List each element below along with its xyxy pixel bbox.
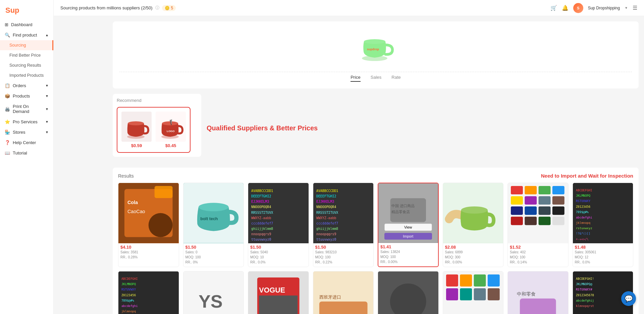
svg-text:NNOOOPOQR4: NNOOOPOQR4 — [316, 205, 336, 209]
chevron-down-icon-2: ▼ — [45, 94, 49, 98]
product-card-4[interactable]: AVABBCCCDD1 DEEEFTGHI2 EJJKKELM3 NNOOOPO… — [313, 183, 374, 267]
sidebar-label-sourcing-results: Sourcing Results — [9, 63, 41, 68]
bell-icon[interactable]: 🔔 — [562, 5, 569, 11]
svg-text:ttuuvwxyz0: ttuuvwxyz0 — [316, 238, 336, 241]
product-card-r2-7[interactable]: 中和零食 — [507, 271, 569, 314]
tab-price[interactable]: Price — [351, 75, 361, 82]
product-info-8: $1.48 Sales: 305061MOQ: 12RR.. 0.0% — [573, 243, 633, 267]
sidebar-item-tutorial[interactable]: 📖 Tutorial — [0, 148, 53, 158]
cart-icon[interactable]: 🛒 — [550, 5, 557, 11]
svg-rect-59 — [552, 206, 565, 215]
svg-text:RRSSSTITUVX: RRSSSTITUVX — [316, 211, 338, 214]
svg-rect-98 — [474, 274, 486, 286]
product-card-r2-4[interactable]: 西班牙进口 — [313, 271, 374, 314]
price-3: $1.50 — [250, 245, 307, 250]
chevron-up-icon: ▲ — [45, 33, 49, 37]
svg-text:cccdddefef7: cccdddefef7 — [316, 222, 338, 225]
svg-rect-102 — [474, 288, 486, 300]
coin-count: 5 — [171, 6, 173, 10]
product-card-r2-3[interactable]: VOGUE — [248, 271, 309, 314]
chevron-down-user-icon[interactable]: ▼ — [625, 6, 628, 10]
avatar[interactable]: S — [573, 3, 583, 13]
svg-text:jklmnopq: jklmnopq — [576, 221, 590, 225]
svg-text:YS: YS — [198, 291, 222, 311]
app-logo: Sup — [0, 3, 53, 19]
sidebar-item-stores[interactable]: 🏪 Stores ▼ — [0, 127, 53, 137]
svg-rect-101 — [460, 288, 472, 300]
chat-icon: 💬 — [625, 295, 633, 303]
recommend-product-1[interactable]: $0.59 — [121, 112, 152, 148]
svg-point-46 — [461, 206, 487, 214]
view-button-5[interactable]: View — [384, 224, 432, 231]
products-icon: 📦 — [5, 93, 10, 99]
menu-icon[interactable]: ☰ — [633, 5, 637, 11]
svg-text:JKLMNOPQ: JKLMNOPQ — [576, 194, 590, 197]
svg-rect-96 — [446, 274, 458, 286]
sidebar-label-find-better-price: Find Better Price — [9, 53, 41, 58]
sidebar-label-sourcing: Sourcing — [9, 43, 26, 48]
sidebar-item-find-product[interactable]: 🔍 Find product ▲ — [0, 30, 53, 40]
product-card-r2-2[interactable]: YS — [183, 271, 244, 314]
price-4: $1.50 — [315, 245, 372, 250]
product-card-7[interactable]: $1.52 Sales: 402MOQ: 100RR.. 0.14% — [507, 183, 569, 267]
sidebar: Sup ⊞ Dashboard 🔍 Find product ▲ Sourcin… — [0, 0, 54, 314]
price-1: $4.10 — [120, 245, 177, 250]
tab-rate[interactable]: Rate — [391, 75, 400, 82]
stores-icon: 🏪 — [5, 130, 10, 135]
product-img-6 — [443, 183, 503, 243]
product-card-r2-6[interactable] — [443, 271, 504, 314]
product-card-6[interactable]: $2.08 Sales: 6899MOQ: 300RR.. 0.00% — [443, 183, 504, 267]
svg-text:LOGO: LOGO — [167, 130, 175, 133]
recommend-product-2[interactable]: LOGO $0.45 — [156, 112, 186, 148]
product-info-2: $1.50 Sales: 0MOQ: 100RR.. 0% — [183, 243, 244, 267]
svg-point-1 — [364, 39, 385, 44]
svg-text:RSTUVWXY#: RSTUVWXY# — [576, 288, 592, 291]
product-card-3[interactable]: AVABBCCCDD1 DEEEFTGHI2 EJJKKELM3 NNOOOPO… — [248, 183, 309, 267]
sidebar-label-imported-products: Imported Products — [9, 73, 44, 78]
sidebar-item-pro-services[interactable]: ⭐ Pro Services ▼ — [0, 117, 53, 127]
meta-3: Sales: 5040MOQ: 10RR.. 0.0% — [250, 250, 307, 265]
recommend-img-2: LOGO — [156, 112, 186, 142]
sidebar-item-sourcing[interactable]: Sourcing — [0, 40, 53, 50]
sidebar-item-find-better-price[interactable]: Find Better Price — [0, 50, 53, 60]
product-card-r2-5[interactable] — [378, 271, 439, 314]
svg-rect-56 — [511, 206, 523, 215]
svg-text:Z0123456: Z0123456 — [121, 293, 136, 297]
svg-text:+-=<>/\: +-=<>/\ — [576, 238, 588, 241]
svg-text:ABCDEFGHI: ABCDEFGHI — [576, 189, 592, 192]
product-info-4: $1.50 Sales: 983210MOQ: 100RR.. 0.22% — [313, 243, 374, 267]
product-card-2[interactable]: bolt tech $1.50 Sales: 0MOQ: 100RR.. 0% — [183, 183, 244, 267]
svg-rect-54 — [539, 196, 551, 204]
sidebar-item-print-on-demand[interactable]: 🖨️ Print On Demand ▼ — [0, 101, 53, 117]
chevron-down-icon-5: ▼ — [45, 130, 49, 134]
banner-mug-image: supdrop — [356, 28, 396, 65]
sidebar-label-dashboard: Dashboard — [11, 22, 33, 27]
coin-balance: 🪙 5 — [162, 5, 176, 11]
svg-rect-63 — [552, 217, 565, 225]
chevron-down-icon: ▼ — [45, 84, 49, 87]
product-card-r2-1[interactable]: ABCDEFGHI JKLMNOPQ RSTUVWXY Z0123456 789… — [118, 271, 179, 314]
svg-text:supdrop: supdrop — [367, 48, 379, 51]
svg-text:WWXYZ-aabb: WWXYZ-aabb — [251, 216, 271, 220]
sidebar-item-orders[interactable]: 📋 Orders ▼ — [0, 80, 53, 91]
sidebar-item-products[interactable]: 📦 Products ▼ — [0, 91, 53, 101]
meta-6: Sales: 6899MOQ: 300RR.. 0.00% — [445, 250, 501, 265]
pro-services-icon: ⭐ — [5, 119, 10, 124]
product-card-8[interactable]: ABCDEFGHI JKLMNOPQ RSTUVWXY Z0123456 789… — [573, 183, 634, 267]
product-card-1[interactable]: Cola CaoCao $4.10 Sales: 3581RR.. 0.28% — [118, 183, 179, 267]
sidebar-item-imported-products[interactable]: Imported Products — [0, 70, 53, 80]
svg-rect-60 — [511, 217, 523, 225]
import-button-5[interactable]: Import — [384, 233, 432, 240]
sidebar-item-dashboard[interactable]: ⊞ Dashboard — [0, 19, 53, 30]
svg-text:klmnopqrst: klmnopqrst — [576, 304, 594, 307]
svg-rect-58 — [539, 206, 551, 215]
svg-text:EJJKKELM3: EJJKKELM3 — [251, 200, 269, 203]
tab-sales[interactable]: Sales — [371, 75, 382, 82]
sidebar-item-help-center[interactable]: ❓ Help Center — [0, 137, 53, 148]
qualified-banner: Qualified Suppliers & Better Prices — [207, 121, 318, 135]
svg-text:ttuuvwxyz0: ttuuvwxyz0 — [251, 238, 271, 241]
sidebar-item-sourcing-results[interactable]: Sourcing Results — [0, 60, 53, 70]
product-card-5[interactable]: 中国 进口商品 精品零食店 View Import $1.41 Sales: 1… — [378, 183, 439, 267]
svg-text:Z0123456: Z0123456 — [576, 205, 590, 208]
chat-button[interactable]: 💬 — [621, 291, 636, 306]
